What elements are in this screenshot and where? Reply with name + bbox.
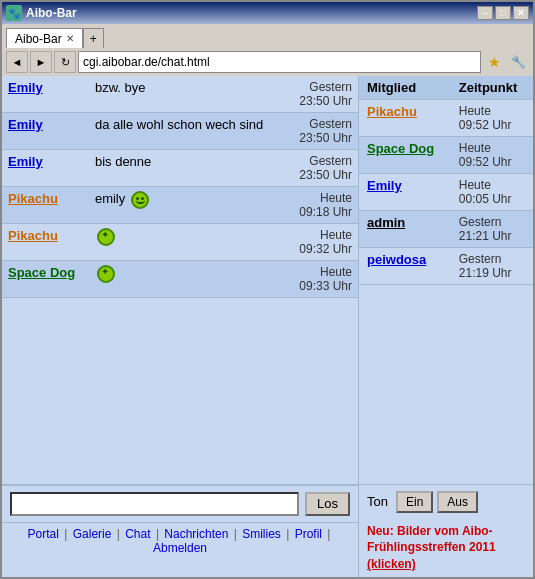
chat-sender[interactable]: Emily: [8, 117, 43, 132]
footer-separator: |: [61, 527, 71, 541]
send-button[interactable]: Los: [305, 492, 350, 516]
app-icon: 🐾: [6, 5, 22, 21]
smiley-star-icon: [97, 228, 115, 246]
chat-time: Gestern23:50 Uhr: [287, 76, 358, 113]
member-row: Space DogHeute09:52 Uhr: [359, 137, 533, 174]
footer-links: Portal | Galerie | Chat | Nachrichten | …: [28, 527, 333, 555]
chat-sender[interactable]: Emily: [8, 154, 43, 169]
chat-time: Gestern23:50 Uhr: [287, 113, 358, 150]
smiley-star-icon: [97, 265, 115, 283]
ton-area: Ton Ein Aus: [359, 485, 533, 519]
footer-separator: |: [113, 527, 123, 541]
chat-message: [89, 224, 287, 261]
chat-row: Emilyda alle wohl schon wech sindGestern…: [2, 113, 358, 150]
chat-sender[interactable]: Pikachu: [8, 191, 58, 206]
footer-link-profil[interactable]: Profil: [295, 527, 322, 541]
input-area: Los: [2, 485, 358, 522]
news-text: Neu: Bilder vom Aibo-Frühlingsstreffen 2…: [367, 524, 496, 555]
chat-message: emily: [89, 187, 287, 224]
members-table: Mitglied Zeitpunkt PikachuHeute09:52 Uhr…: [359, 76, 533, 285]
browser-window: 🐾 Aibo-Bar ─ □ ✕ Aibo-Bar ✕ + ◄ ► ↻ ★ 🔧: [0, 0, 535, 579]
title-bar: 🐾 Aibo-Bar ─ □ ✕: [2, 2, 533, 24]
ton-aus-button[interactable]: Aus: [437, 491, 478, 513]
member-name[interactable]: Emily: [367, 178, 402, 193]
bottom-left: Los Portal | Galerie | Chat | Nachrichte…: [2, 485, 358, 577]
bottom-row: Los Portal | Galerie | Chat | Nachrichte…: [2, 484, 533, 577]
footer-link-galerie[interactable]: Galerie: [73, 527, 112, 541]
member-name[interactable]: peiwdosa: [367, 252, 426, 267]
chat-message: bzw. bye: [89, 76, 287, 113]
footer-link-chat[interactable]: Chat: [125, 527, 150, 541]
member-time: Gestern21:19 Uhr: [451, 248, 533, 285]
chat-scroll[interactable]: Emilybzw. byeGestern23:50 UhrEmilyda all…: [2, 76, 358, 484]
header-member: Mitglied: [359, 76, 451, 100]
member-time: Heute09:52 Uhr: [451, 137, 533, 174]
chat-message: da alle wohl schon wech sind: [89, 113, 287, 150]
members-panel: Mitglied Zeitpunkt PikachuHeute09:52 Uhr…: [358, 76, 533, 484]
member-time: Heute09:52 Uhr: [451, 100, 533, 137]
member-name[interactable]: admin: [367, 215, 405, 230]
chat-row: Space DogHeute09:33 Uhr: [2, 261, 358, 298]
address-bar: ◄ ► ↻ ★ 🔧: [2, 48, 533, 76]
ton-label: Ton: [367, 494, 388, 509]
tools-icon[interactable]: 🔧: [507, 51, 529, 73]
new-tab-button[interactable]: +: [83, 28, 104, 48]
member-time: Heute00:05 Uhr: [451, 174, 533, 211]
member-row: adminGestern21:21 Uhr: [359, 211, 533, 248]
ton-ein-button[interactable]: Ein: [396, 491, 433, 513]
member-row: peiwdosaGestern21:19 Uhr: [359, 248, 533, 285]
tab-label: Aibo-Bar: [15, 32, 62, 46]
address-input[interactable]: [78, 51, 481, 73]
bottom-right: Ton Ein Aus Neu: Bilder vom Aibo-Frühlin…: [358, 485, 533, 577]
chat-input[interactable]: [10, 492, 299, 516]
member-name[interactable]: Pikachu: [367, 104, 417, 119]
smiley-icon: [131, 191, 149, 209]
chat-sender[interactable]: Space Dog: [8, 265, 75, 280]
main-panel: Emilybzw. byeGestern23:50 UhrEmilyda all…: [2, 76, 533, 484]
maximize-button[interactable]: □: [495, 6, 511, 20]
chat-time: Heute09:33 Uhr: [287, 261, 358, 298]
chat-time: Heute09:18 Uhr: [287, 187, 358, 224]
footer-link-abmelden[interactable]: Abmelden: [153, 541, 207, 555]
bookmark-icon[interactable]: ★: [483, 51, 505, 73]
news-area: Neu: Bilder vom Aibo-Frühlingsstreffen 2…: [359, 519, 533, 577]
refresh-button[interactable]: ↻: [54, 51, 76, 73]
window-title: Aibo-Bar: [26, 6, 477, 20]
chat-table: Emilybzw. byeGestern23:50 UhrEmilyda all…: [2, 76, 358, 298]
content-area: Emilybzw. byeGestern23:50 UhrEmilyda all…: [2, 76, 533, 577]
footer: Portal | Galerie | Chat | Nachrichten | …: [2, 522, 358, 559]
footer-separator: |: [283, 527, 293, 541]
footer-separator: |: [324, 527, 330, 541]
footer-separator: |: [153, 527, 163, 541]
chat-row: Pikachuemily Heute09:18 Uhr: [2, 187, 358, 224]
window-controls: ─ □ ✕: [477, 6, 529, 20]
back-button[interactable]: ◄: [6, 51, 28, 73]
member-name[interactable]: Space Dog: [367, 141, 434, 156]
chat-sender[interactable]: Emily: [8, 80, 43, 95]
minimize-button[interactable]: ─: [477, 6, 493, 20]
footer-separator: |: [230, 527, 240, 541]
chat-area: Emilybzw. byeGestern23:50 UhrEmilyda all…: [2, 76, 358, 484]
chat-row: Emilybis denneGestern23:50 Uhr: [2, 150, 358, 187]
chat-sender[interactable]: Pikachu: [8, 228, 58, 243]
tab-bar: Aibo-Bar ✕ +: [2, 24, 533, 48]
members-header: Mitglied Zeitpunkt: [359, 76, 533, 100]
news-link[interactable]: (klicken): [367, 557, 416, 571]
chat-row: PikachuHeute09:32 Uhr: [2, 224, 358, 261]
tab-close-button[interactable]: ✕: [66, 33, 74, 44]
footer-link-smilies[interactable]: Smilies: [242, 527, 281, 541]
chat-message: [89, 261, 287, 298]
header-time: Zeitpunkt: [451, 76, 533, 100]
chat-message: bis denne: [89, 150, 287, 187]
member-row: PikachuHeute09:52 Uhr: [359, 100, 533, 137]
chat-time: Gestern23:50 Uhr: [287, 150, 358, 187]
forward-button[interactable]: ►: [30, 51, 52, 73]
member-row: EmilyHeute00:05 Uhr: [359, 174, 533, 211]
chat-row: Emilybzw. byeGestern23:50 Uhr: [2, 76, 358, 113]
member-time: Gestern21:21 Uhr: [451, 211, 533, 248]
close-button[interactable]: ✕: [513, 6, 529, 20]
footer-link-portal[interactable]: Portal: [28, 527, 59, 541]
footer-link-nachrichten[interactable]: Nachrichten: [164, 527, 228, 541]
chat-time: Heute09:32 Uhr: [287, 224, 358, 261]
active-tab[interactable]: Aibo-Bar ✕: [6, 28, 83, 48]
